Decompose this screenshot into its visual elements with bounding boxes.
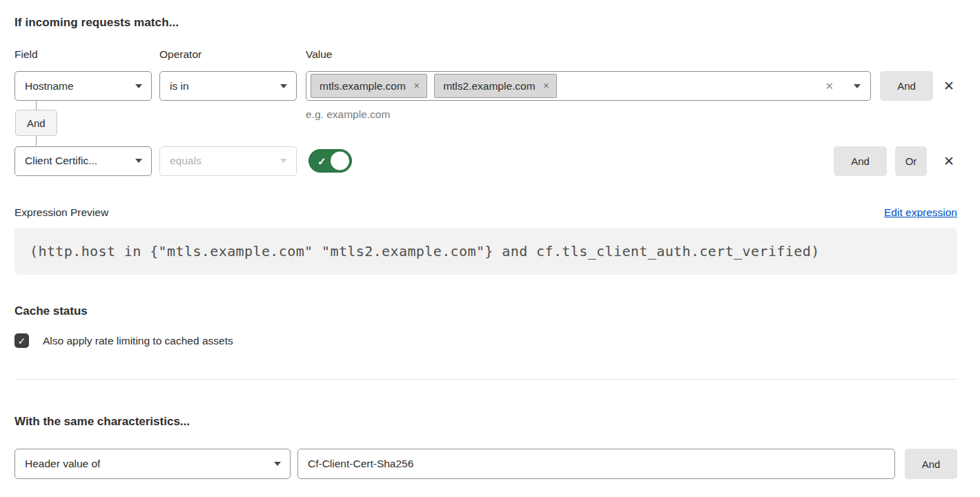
- chevron-down-icon: [280, 159, 287, 163]
- match-section-title: If incoming requests match...: [14, 16, 957, 30]
- value-tag: mtls2.example.com ✕: [434, 74, 557, 98]
- condition-row-2: Client Certific... equals ✓ And Or ✕: [14, 146, 957, 176]
- value-column-label: Value: [306, 48, 957, 61]
- cache-status-title: Cache status: [14, 304, 957, 318]
- expression-preview-label: Expression Preview: [14, 206, 108, 219]
- operator-select-1[interactable]: is in: [159, 71, 297, 101]
- characteristic-select[interactable]: Header value of: [14, 449, 291, 479]
- field-select-2-value: Client Certific...: [25, 155, 97, 167]
- operator-select-2: equals: [159, 146, 297, 176]
- cert-verified-toggle[interactable]: ✓: [308, 149, 352, 173]
- operator-column-label: Operator: [159, 48, 306, 61]
- field-select-1-value: Hostname: [25, 80, 74, 92]
- clear-values-icon[interactable]: ✕: [825, 81, 834, 91]
- characteristics-row: Header value of And: [14, 449, 957, 479]
- condition-row-1: Hostname is in mtls.example.com ✕ mtls2.…: [14, 71, 957, 101]
- field-column-label: Field: [14, 48, 159, 61]
- characteristic-select-value: Header value of: [25, 458, 100, 470]
- chevron-down-icon: [280, 84, 287, 88]
- expression-preview-header: Expression Preview Edit expression: [14, 206, 957, 219]
- edit-expression-link[interactable]: Edit expression: [884, 206, 957, 219]
- value-tags: mtls.example.com ✕ mtls2.example.com ✕: [311, 74, 557, 98]
- section-divider: [14, 379, 957, 380]
- operator-select-1-value: is in: [170, 80, 189, 92]
- remove-condition-icon-2[interactable]: ✕: [941, 153, 957, 169]
- value-tag-text: mtls2.example.com: [443, 80, 536, 92]
- value-tag: mtls.example.com ✕: [311, 74, 427, 98]
- characteristics-title: With the same characteristics...: [14, 415, 957, 429]
- cached-assets-checkbox[interactable]: ✓: [14, 333, 29, 348]
- cache-status-row: ✓ Also apply rate limiting to cached ass…: [14, 333, 957, 348]
- field-select-1[interactable]: Hostname: [14, 71, 152, 101]
- column-labels: Field Operator Value: [14, 48, 957, 61]
- condition-connector: And: [14, 101, 957, 146]
- check-icon: ✓: [317, 156, 326, 166]
- header-name-input[interactable]: [297, 449, 895, 479]
- remove-condition-icon-1[interactable]: ✕: [941, 78, 957, 95]
- add-and-condition-button-1[interactable]: And: [880, 71, 933, 101]
- tag-remove-icon[interactable]: ✕: [543, 82, 549, 90]
- value-tag-text: mtls.example.com: [320, 80, 406, 92]
- rule-builder: If incoming requests match... Field Oper…: [0, 0, 980, 479]
- chevron-down-icon: [274, 462, 281, 466]
- add-characteristic-button[interactable]: And: [905, 449, 957, 479]
- cached-assets-checkbox-label: Also apply rate limiting to cached asset…: [43, 335, 233, 347]
- field-select-2[interactable]: Client Certific...: [14, 146, 152, 176]
- connector-and-button[interactable]: And: [15, 110, 57, 136]
- chevron-down-icon: [135, 159, 142, 163]
- add-and-condition-button-2[interactable]: And: [834, 146, 887, 176]
- value-column: mtls.example.com ✕ mtls2.example.com ✕ ✕…: [306, 71, 871, 101]
- add-or-condition-button-2[interactable]: Or: [895, 146, 927, 176]
- chevron-down-icon[interactable]: [854, 84, 861, 88]
- expression-preview-code: (http.host in {"mtls.example.com" "mtls2…: [14, 228, 957, 275]
- toggle-knob: [331, 152, 349, 170]
- row-2-actions: And Or ✕: [834, 146, 957, 176]
- tag-remove-icon[interactable]: ✕: [413, 82, 420, 90]
- multiselect-controls: ✕: [825, 81, 861, 91]
- value-multiselect[interactable]: mtls.example.com ✕ mtls2.example.com ✕ ✕: [306, 71, 871, 101]
- chevron-down-icon: [135, 84, 142, 88]
- operator-select-2-value: equals: [170, 155, 202, 167]
- check-icon: ✓: [18, 335, 26, 347]
